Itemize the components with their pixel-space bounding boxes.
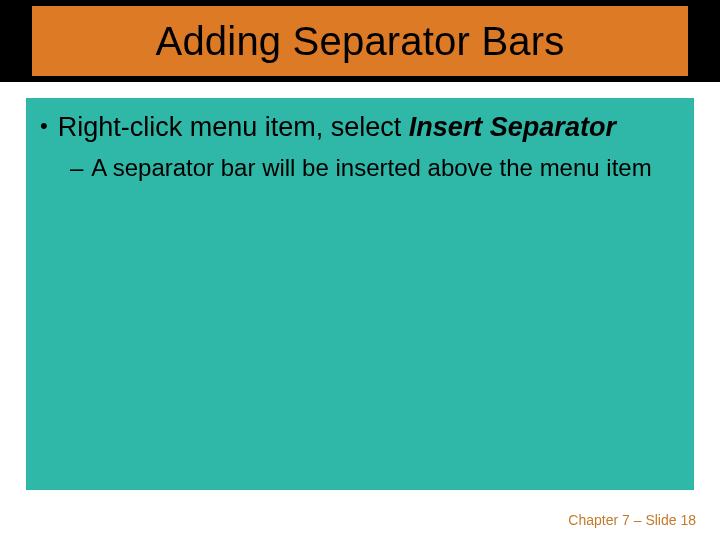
bullet-level-2: – A separator bar will be inserted above… [70,153,680,183]
sub-bullet-text: A separator bar will be inserted above t… [91,153,680,183]
title-bar: Adding Separator Bars [32,6,688,76]
bullet-prefix: Right-click menu item, select [58,112,409,142]
slide-footer: Chapter 7 – Slide 18 [568,512,696,528]
bullet-level-1: • Right-click menu item, select Insert S… [40,110,680,145]
content-area: • Right-click menu item, select Insert S… [26,98,694,490]
bullet-emphasis: Insert Separator [409,112,616,142]
bullet-dot-icon: • [40,112,48,140]
dash-icon: – [70,153,83,183]
slide-title: Adding Separator Bars [156,19,565,64]
slide: Adding Separator Bars • Right-click menu… [0,0,720,540]
bullet-text: Right-click menu item, select Insert Sep… [58,110,680,145]
